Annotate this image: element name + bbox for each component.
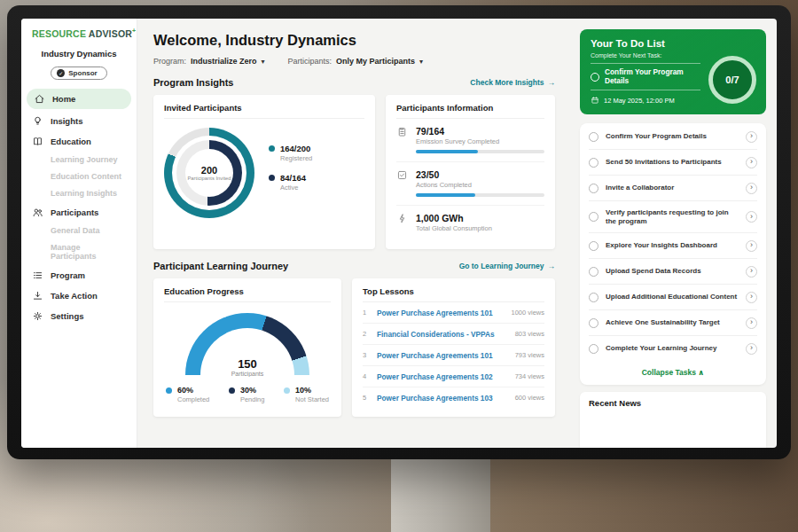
task-row[interactable]: Send 50 Invitations to Participants › [589, 150, 757, 176]
task-row[interactable]: Upload Additional Educational Content › [589, 285, 757, 310]
chevron-right-icon[interactable]: › [746, 240, 757, 252]
legend-dot [269, 145, 275, 152]
task-row[interactable]: Complete Your Learning Journey › [589, 336, 757, 361]
logo-text-secondary: ADVISOR [89, 28, 132, 39]
task-checkbox[interactable] [589, 267, 598, 277]
sidebar-item-settings[interactable]: Settings [21, 306, 137, 326]
chevron-right-icon[interactable]: › [746, 157, 757, 168]
task-label: Explore Your Insights Dashboard [606, 241, 739, 250]
todo-panel: Your To Do List Complete Your Next Task:… [571, 19, 777, 448]
chevron-right-icon[interactable]: › [746, 292, 757, 303]
lesson-link[interactable]: Power Purchase Agreements 101 [377, 309, 504, 317]
task-checkbox[interactable] [589, 158, 598, 168]
task-checkbox[interactable] [591, 73, 599, 82]
collapse-tasks-button[interactable]: Collapse Tasks ∧ [589, 361, 757, 383]
sidebar-item-manage-participants[interactable]: Manage Participants [21, 239, 137, 265]
link-label: Check More Insights [470, 78, 544, 87]
lesson-rank: 2 [363, 330, 370, 338]
chevron-right-icon[interactable]: › [746, 131, 757, 143]
sidebar-item-general-data[interactable]: General Data [21, 223, 137, 239]
recent-news-title: Recent News [589, 398, 757, 408]
lesson-link[interactable]: Power Purchase Agreements 101 [377, 351, 508, 360]
task-checkbox[interactable] [589, 241, 598, 251]
participants-filter-value: Only My Participants [336, 57, 415, 66]
chevron-right-icon[interactable]: › [746, 343, 757, 355]
sidebar-item-education-content[interactable]: Education Content [21, 168, 137, 185]
lesson-link[interactable]: Financial Considerations - VPPAs [377, 330, 508, 339]
home-icon [34, 93, 45, 105]
card-title: Participants Information [396, 103, 544, 119]
todo-summary-card: Your To Do List Complete Your Next Task:… [580, 29, 766, 114]
progress-bar [416, 193, 544, 197]
sidebar-item-program[interactable]: Program [21, 265, 137, 286]
energy-bolt-icon [396, 213, 408, 224]
task-checkbox[interactable] [589, 344, 598, 354]
task-label: Invite a Collaborator [606, 184, 739, 192]
lesson-row: 4 Power Purchase Agreements 102 734 view… [363, 366, 544, 387]
sidebar-item-learning-insights[interactable]: Learning Insights [21, 185, 137, 202]
task-row[interactable]: Verify participants requesting to join t… [589, 201, 757, 233]
legend-label: Active [269, 184, 312, 192]
task-checkbox[interactable] [589, 318, 598, 328]
task-row[interactable]: Invite a Collaborator › [589, 176, 757, 201]
info-label: Total Global Consumption [416, 224, 544, 232]
task-row[interactable]: Confirm Your Program Details › [589, 124, 757, 150]
clipboard-icon [396, 126, 408, 137]
link-label: Go to Learning Journey [459, 262, 544, 270]
sidebar-item-home[interactable]: Home [27, 89, 131, 109]
info-label: Actions Completed [416, 181, 544, 189]
logo-plus: + [132, 27, 136, 34]
legend-item-pending: 30% Pending [229, 386, 265, 403]
program-filter[interactable]: Program: Industrialize Zero ▾ [153, 57, 265, 66]
section-title: Participant Learning Journey [153, 261, 288, 271]
lesson-rank: 4 [363, 372, 370, 380]
sidebar-item-learning-journey[interactable]: Learning Journey [21, 152, 137, 168]
legend-item-registered: 164/200 Registered [269, 144, 312, 162]
education-progress-gauge-chart: 150 Participants [185, 313, 309, 377]
task-checkbox[interactable] [589, 212, 598, 222]
go-to-learning-journey-link[interactable]: Go to Learning Journey → [459, 262, 555, 270]
task-row[interactable]: Achieve One Sustainability Target › [589, 310, 757, 336]
next-task-row[interactable]: Confirm Your Program Details [591, 63, 700, 90]
book-icon [32, 136, 43, 147]
task-checkbox[interactable] [589, 184, 598, 193]
sidebar-item-take-action[interactable]: Take Action [21, 286, 137, 306]
org-name: Industry Dynamics [21, 49, 137, 59]
chevron-right-icon[interactable]: › [746, 266, 757, 278]
lesson-link[interactable]: Power Purchase Agreements 102 [377, 372, 508, 381]
check-more-insights-link[interactable]: Check More Insights → [470, 78, 555, 87]
participants-filter[interactable]: Participants: Only My Participants ▾ [288, 57, 424, 66]
invited-participants-card: Invited Participants 200 Participants In… [153, 95, 375, 249]
legend-item-active: 84/164 Active [269, 173, 312, 192]
chevron-right-icon[interactable]: › [746, 183, 757, 194]
task-row[interactable]: Upload Spend Data Records › [589, 259, 757, 285]
chevron-right-icon[interactable]: › [746, 317, 757, 329]
sidebar-item-label: Home [52, 94, 75, 104]
lesson-row: 1 Power Purchase Agreements 101 1000 vie… [363, 302, 544, 324]
chevron-right-icon[interactable]: › [746, 211, 757, 223]
donut-center-value: 200 [188, 165, 231, 176]
task-row[interactable]: Explore Your Insights Dashboard › [589, 233, 757, 259]
task-label: Achieve One Sustainability Target [606, 318, 739, 327]
sidebar-item-participants[interactable]: Participants [21, 202, 137, 223]
lesson-row: 2 Financial Considerations - VPPAs 803 v… [363, 324, 544, 345]
lesson-views: 803 views [515, 330, 544, 338]
legend-label: Not Started [284, 395, 329, 403]
info-value: 23/50 [416, 169, 544, 180]
card-title: Top Lessons [363, 286, 544, 302]
sponsor-badge-icon: ✓ [57, 69, 65, 77]
task-checkbox[interactable] [589, 293, 598, 302]
sidebar-item-insights[interactable]: Insights [21, 111, 137, 131]
task-label: Verify participants requesting to join t… [606, 208, 739, 226]
sidebar-item-education[interactable]: Education [21, 131, 137, 152]
task-label: Confirm Your Program Details [606, 132, 739, 141]
collapse-caret-icon: ∧ [698, 368, 704, 377]
task-checkbox[interactable] [589, 132, 598, 142]
gear-icon [32, 310, 43, 322]
filters-row: Program: Industrialize Zero ▾ Participan… [153, 57, 555, 66]
recent-news-card: Recent News [580, 392, 766, 448]
lesson-link[interactable]: Power Purchase Agreements 103 [377, 394, 508, 403]
info-row-actions: 23/50 Actions Completed [396, 162, 544, 206]
legend-dot [229, 387, 235, 394]
next-task-label: Confirm Your Program Details [605, 68, 700, 85]
